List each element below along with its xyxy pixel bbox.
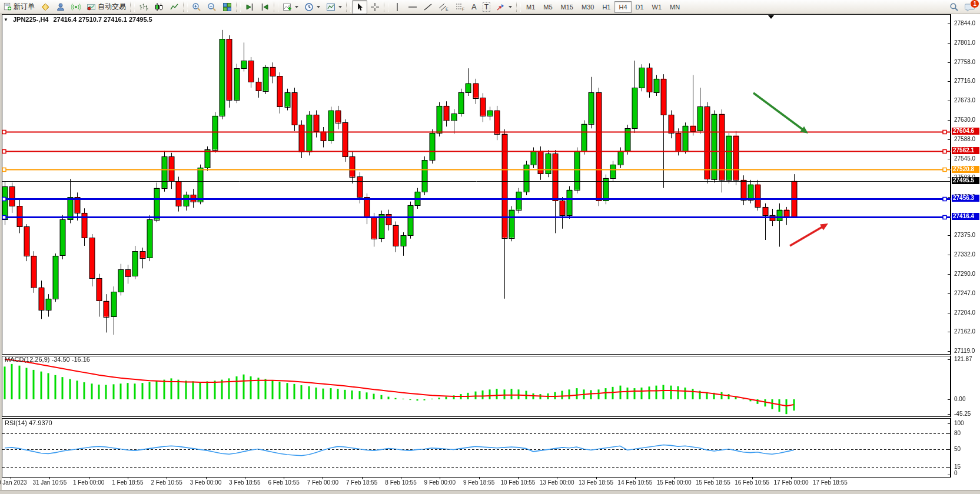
time-axis-label: 31 Jan 10:55 [32,479,67,486]
horizontal-line-icon [408,2,417,12]
channel-tool-button[interactable]: E [436,0,452,14]
timeframe-M5[interactable]: M5 [539,1,556,13]
time-axis-label: 15 Feb 00:00 [657,479,692,486]
time-axis-label: 2 Feb 10:55 [151,479,182,486]
price-tag[interactable]: 27416.4 [952,213,979,220]
zoom-in-button[interactable] [189,0,204,14]
cursor-icon [355,2,364,12]
macd-values: -34.50 -16.16 [51,356,89,363]
auto-trading-label: 自动交易 [98,2,126,12]
timeframe-W1[interactable]: W1 [648,1,666,13]
macd-axis-tick: 121.87 [954,356,972,362]
macd-label: MACD(12,26,9) -34.50 -16.16 [5,356,90,363]
price-tag[interactable]: 27520.8 [952,166,979,173]
time-axis-label: 16 Feb 10:55 [735,479,769,486]
trendline-tool-button[interactable] [420,0,436,14]
time-axis-label: 9 Feb 18:55 [463,479,494,486]
templates-button[interactable] [323,0,345,14]
gem-icon [41,2,50,12]
new-order-button[interactable]: 新订单 [0,0,38,14]
line-chart-icon [170,2,179,12]
tile-windows-button[interactable] [220,0,235,14]
price-tick: 27630.0 [954,116,975,123]
price-tag[interactable]: 27604.6 [952,128,979,135]
new-order-label: 新订单 [14,2,35,12]
channel-letter: E [446,7,449,11]
chart-canvas[interactable] [0,0,980,494]
time-axis-label: 1 Feb 18:55 [112,479,143,486]
notifications-button[interactable]: 1 [965,2,975,12]
chart-symbol-period: JPN225-,H4 [13,16,49,23]
toolbar-separator [183,2,188,12]
price-tick: 27844.0 [954,20,975,26]
cursor-tool-button[interactable] [352,0,367,14]
chevron-down-icon [509,6,512,8]
crosshair-icon [370,2,380,12]
time-axis-label: 7 Feb 18:55 [346,479,377,486]
fibo-letter: F [462,7,464,11]
bar-chart-button[interactable] [136,0,151,14]
rsi-value: 47.9370 [29,419,52,426]
gem-button[interactable] [38,0,53,14]
profile-icon [56,2,65,12]
auto-trading-button[interactable]: 自动交易 [84,0,129,14]
vline-tool-button[interactable] [390,0,405,14]
timeframe-M30[interactable]: M30 [577,1,598,13]
timeframe-M15[interactable]: M15 [557,1,577,13]
line-chart-button[interactable] [167,0,182,14]
price-tick: 27375.0 [954,232,975,238]
profile-button[interactable] [53,0,68,14]
crosshair-tool-button[interactable] [367,0,383,14]
time-axis-label: 10 Feb 10:55 [500,479,535,486]
price-tick: 27247.0 [954,290,975,296]
time-axis-label: 8 Feb 10:55 [385,479,416,486]
price-tick: 27162.0 [954,328,975,335]
timeframe-H4[interactable]: H4 [614,1,631,13]
time-axis-label: 9 Feb 00:00 [424,479,456,486]
timeframe-M1[interactable]: M1 [522,1,539,13]
arrows-tool-icon [496,2,506,12]
chevron-down-icon [317,6,320,8]
candlestick-button[interactable] [151,0,167,14]
price-tick: 27204.0 [954,309,975,316]
chart-shift-button[interactable] [257,0,273,14]
price-tag[interactable]: 27456.3 [952,195,979,202]
time-axis-label: 14 Feb 10:55 [617,479,652,486]
zoom-in-icon [192,2,201,12]
text-tool-button[interactable]: A [469,0,480,14]
time-axis-label: 15 Feb 18:55 [696,479,730,486]
hline-tool-button[interactable] [405,0,420,14]
toolbar-separator [516,2,521,12]
template-icon [326,2,335,12]
chevron-down-icon [295,6,298,8]
signal-button[interactable] [68,0,84,14]
zoom-out-button[interactable] [204,0,220,14]
fibonacci-tool-button[interactable]: F [452,0,469,14]
price-tick: 27119.0 [954,348,975,354]
toolbar-separator [384,2,388,12]
trendline-icon [423,2,433,12]
price-tick: 27673.0 [954,97,975,104]
tile-windows-icon [222,2,232,12]
channel-icon: E [438,2,449,12]
timeframe-MN[interactable]: MN [666,1,684,13]
timeframe-H1[interactable]: H1 [598,1,614,13]
price-tag[interactable]: 27562.1 [952,147,979,154]
periods-button[interactable] [301,0,323,14]
price-tick: 27716.0 [954,78,975,84]
price-tick: 27290.0 [954,271,975,277]
time-axis-label: 17 Feb 00:00 [774,479,809,486]
text-label-tool-button[interactable]: T [480,0,493,14]
search-icon[interactable] [949,2,959,12]
chart-title[interactable]: ▼ JPN225-,H4 27416.4 27510.7 27416.1 274… [4,16,152,23]
fibonacci-icon: F [455,2,466,12]
rsi-axis-tick: 80 [954,430,961,436]
price-tag[interactable]: 27495.5 [952,177,979,184]
chart-title-caret[interactable]: ▼ [4,17,8,22]
price-tick: 27545.0 [954,155,975,162]
timeframe-D1[interactable]: D1 [632,1,648,13]
auto-scroll-button[interactable] [242,0,257,14]
indicators-button[interactable] [280,0,301,14]
toolbar-separator [274,2,278,12]
arrows-tool-button[interactable] [493,0,515,14]
